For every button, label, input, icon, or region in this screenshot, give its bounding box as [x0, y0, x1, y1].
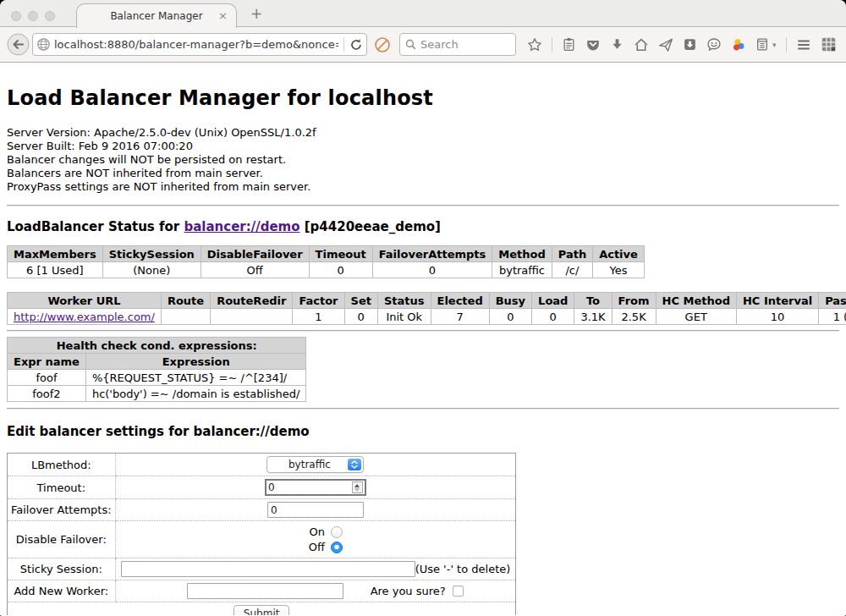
cell-disablefailover: Off — [201, 262, 309, 278]
table-row: http://www.example.com/ 1 0 Init Ok 7 0 … — [8, 309, 846, 325]
back-button[interactable] — [7, 33, 30, 56]
col-disablefailover: DisableFailover — [201, 246, 309, 262]
status-heading-suffix: [p4420eeae_demo] — [300, 219, 441, 234]
balancer-demo-link[interactable]: balancer://demo — [184, 219, 299, 234]
search-icon — [405, 39, 416, 50]
sticky-delete-hint: (Use '-' to delete) — [415, 563, 513, 575]
add-new-worker-input[interactable] — [187, 583, 343, 599]
table-row: foof %{REQUEST_STATUS} =~ /^[234]/ — [8, 370, 306, 386]
col-expr-name: Expr name — [8, 354, 86, 370]
page-title: Load Balancer Manager for localhost — [7, 63, 839, 110]
persist-note-line: Balancer changes will NOT be persisted o… — [7, 153, 839, 167]
cell-factor: 1 — [293, 309, 344, 325]
notes-panel-icon[interactable] — [755, 37, 769, 52]
failover-attempts-label: Failover Attempts: — [8, 499, 116, 521]
timeout-label: Timeout: — [8, 476, 116, 499]
reload-icon[interactable] — [349, 38, 363, 52]
cell-from: 2.5K — [612, 309, 656, 325]
proxypass-note-line: ProxyPass settings are NOT inherited fro… — [7, 180, 839, 194]
lbmethod-select[interactable]: bytraffic — [266, 456, 364, 473]
server-version-line: Server Version: Apache/2.5.0-dev (Unix) … — [7, 126, 839, 140]
cell-expr-name: foof2 — [8, 386, 86, 402]
divider — [7, 408, 839, 410]
content-blocked-icon[interactable] — [374, 36, 391, 53]
search-input[interactable] — [420, 38, 505, 51]
col-routeredir: RouteRedir — [211, 293, 293, 309]
window-zoom-button[interactable] — [45, 11, 55, 21]
col-method: Method — [492, 246, 552, 262]
form-row-submit: Submit — [8, 602, 516, 616]
server-info: Server Version: Apache/2.5.0-dev (Unix) … — [7, 126, 839, 194]
table-row: foof2 hc('body') =~ /domain is establish… — [8, 386, 306, 402]
disable-failover-on-radio[interactable] — [331, 526, 343, 538]
cell-set: 0 — [344, 309, 377, 325]
colors-extension-icon[interactable] — [731, 37, 746, 52]
sticky-session-label: Sticky Session: — [8, 558, 116, 580]
window-minimize-button[interactable] — [28, 11, 38, 21]
worker-url-link[interactable]: http://www.example.com/ — [14, 311, 155, 323]
back-arrow-icon — [7, 33, 30, 56]
sticky-session-input[interactable] — [121, 561, 415, 577]
menu-icon[interactable] — [796, 37, 811, 52]
tab-grid-icon[interactable] — [821, 36, 837, 52]
browser-window: Balancer Manager × + localhost:8880/bala… — [0, 0, 846, 616]
url-bar[interactable]: localhost:8880/balancer-manager?b=demo&n… — [32, 33, 367, 56]
bookmark-star-icon[interactable] — [527, 37, 542, 52]
cell-expression: %{REQUEST_STATUS} =~ /^[234]/ — [85, 370, 306, 386]
cell-routeredir — [211, 309, 293, 325]
balancers-note-line: Balancers are NOT inherited from main se… — [7, 167, 839, 180]
form-row-failover: Failover Attempts: — [8, 499, 516, 521]
download-icon[interactable] — [610, 37, 624, 52]
are-you-sure-label: Are you sure? — [371, 585, 446, 597]
status-heading: LoadBalancer Status for balancer://demo … — [7, 219, 839, 234]
page-content: Load Balancer Manager for localhost Serv… — [0, 63, 846, 615]
navigation-toolbar: localhost:8880/balancer-manager?b=demo&n… — [0, 27, 846, 63]
cell-expr-name: foof — [8, 370, 86, 386]
number-spinner-icon[interactable] — [352, 481, 363, 493]
are-you-sure-checkbox[interactable] — [453, 586, 464, 597]
toolbar-separator — [552, 37, 552, 52]
search-bar[interactable] — [399, 33, 516, 56]
window-controls[interactable] — [11, 11, 55, 21]
send-icon[interactable] — [658, 37, 673, 52]
site-identity-globe-icon[interactable] — [36, 37, 51, 52]
col-elected: Elected — [431, 293, 489, 309]
col-busy: Busy — [489, 293, 531, 309]
col-passes: Passes — [819, 293, 846, 309]
reading-list-icon[interactable] — [562, 37, 576, 52]
failover-attempts-input[interactable] — [267, 502, 364, 518]
extension-square-down-icon[interactable] — [683, 37, 697, 52]
tab-title: Balancer Manager — [110, 10, 202, 22]
home-icon[interactable] — [634, 37, 649, 52]
col-route: Route — [161, 293, 210, 309]
timeout-input[interactable]: 0 — [265, 479, 366, 496]
cell-hc-method: GET — [656, 309, 736, 325]
toolbar-separator — [786, 37, 787, 52]
chevron-down-icon[interactable]: ▾ — [772, 41, 777, 49]
cell-elected: 7 — [431, 309, 489, 325]
tab-balancer-manager[interactable]: Balancer Manager × — [76, 3, 237, 28]
feedback-smiley-icon[interactable] — [706, 37, 722, 52]
cell-stickysession: (None) — [102, 262, 201, 278]
cell-maxmembers: 6 [1 Used] — [8, 262, 103, 278]
new-tab-button[interactable]: + — [250, 5, 262, 22]
radio-on-label: On — [309, 525, 324, 538]
form-row-lbmethod: LBmethod: bytraffic — [8, 454, 516, 476]
submit-button[interactable]: Submit — [233, 605, 290, 615]
col-path: Path — [552, 246, 592, 262]
col-from: From — [612, 293, 656, 309]
pocket-icon[interactable] — [585, 37, 601, 52]
divider — [7, 205, 839, 206]
col-load: Load — [532, 293, 574, 309]
url-text[interactable]: localhost:8880/balancer-manager?b=demo&n… — [54, 38, 338, 51]
tab-close-icon[interactable]: × — [218, 9, 228, 22]
col-timeout: Timeout — [309, 246, 372, 262]
balancer-status-table: MaxMembers StickySession DisableFailover… — [7, 245, 645, 278]
add-new-worker-label: Add New Worker: — [8, 580, 116, 602]
cell-busy: 0 — [489, 309, 531, 325]
cell-failoverattempts: 0 — [372, 262, 492, 278]
cell-passes: 1 (0) — [819, 309, 846, 325]
disable-failover-off-radio[interactable] — [331, 542, 343, 553]
edit-settings-heading: Edit balancer settings for balancer://de… — [7, 424, 839, 439]
window-close-button[interactable] — [11, 11, 21, 21]
